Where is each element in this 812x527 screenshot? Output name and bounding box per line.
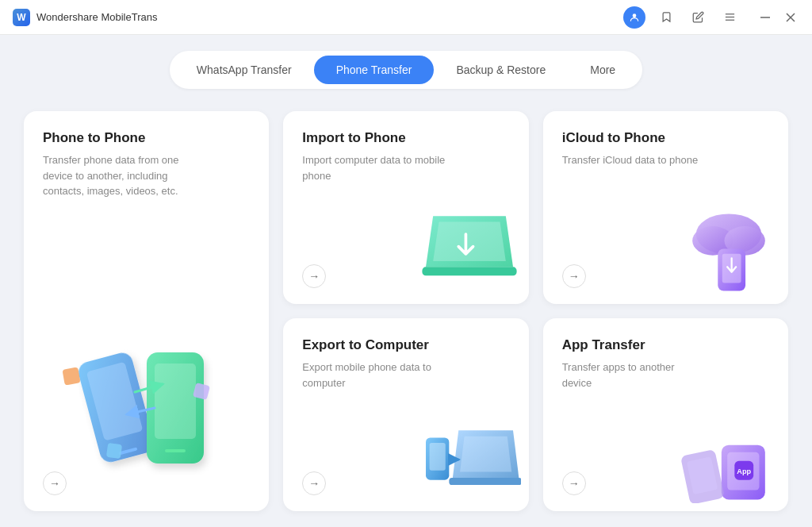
phone-to-phone-illustration (59, 321, 234, 479)
card-phone-to-phone[interactable]: Phone to Phone Transfer phone data from … (24, 111, 269, 511)
svg-rect-28 (449, 478, 521, 485)
svg-marker-17 (433, 222, 506, 262)
svg-rect-12 (165, 449, 186, 452)
app-transfer-illustration: App (677, 416, 780, 503)
close-button[interactable] (782, 9, 799, 26)
titlebar-left: W Wondershare MobileTrans (13, 9, 157, 26)
card-app-transfer[interactable]: App Transfer Transfer apps to another de… (543, 318, 788, 511)
card-icloud-desc: Transfer iCloud data to phone (562, 152, 705, 168)
tab-phone-transfer[interactable]: Phone Transfer (314, 56, 435, 84)
card-import-title: Import to Phone (302, 130, 509, 146)
tab-more[interactable]: More (568, 56, 638, 84)
card-phone-to-phone-title: Phone to Phone (43, 130, 250, 146)
svg-rect-25 (429, 443, 445, 471)
import-illustration (418, 209, 521, 296)
card-export-arrow[interactable]: → (302, 471, 326, 495)
card-icloud-arrow[interactable]: → (562, 264, 586, 288)
card-import-to-phone[interactable]: Import to Phone Import computer data to … (283, 111, 528, 304)
card-import-desc: Import computer data to mobile phone (302, 152, 445, 183)
svg-point-0 (633, 13, 637, 17)
bookmark-icon[interactable] (655, 6, 677, 29)
main-content: WhatsApp Transfer Phone Transfer Backup … (0, 35, 812, 527)
user-icon[interactable] (623, 6, 645, 29)
card-app-arrow[interactable]: → (562, 471, 586, 495)
minimize-button[interactable] (756, 9, 774, 26)
app-title: Wondershare MobileTrans (36, 11, 157, 23)
tab-whatsapp-transfer[interactable]: WhatsApp Transfer (174, 56, 314, 84)
tab-backup-restore[interactable]: Backup & Restore (434, 56, 568, 84)
card-app-title: App Transfer (562, 337, 769, 353)
svg-text:App: App (737, 467, 751, 475)
card-app-desc: Transfer apps to another device (562, 360, 705, 390)
titlebar-right (623, 6, 799, 29)
app-icon: W (13, 9, 30, 26)
svg-rect-13 (62, 367, 80, 385)
card-export-title: Export to Computer (302, 337, 509, 353)
card-import-arrow[interactable]: → (302, 264, 326, 288)
cards-grid: Phone to Phone Transfer phone data from … (24, 111, 788, 511)
window-controls (756, 9, 799, 26)
card-icloud-title: iCloud to Phone (562, 130, 769, 146)
card-icloud-to-phone[interactable]: iCloud to Phone Transfer iCloud data to … (543, 111, 788, 304)
svg-rect-14 (105, 443, 121, 459)
svg-marker-27 (460, 437, 511, 472)
export-illustration (418, 416, 521, 503)
card-export-to-computer[interactable]: Export to Computer Export mobile phone d… (283, 318, 528, 511)
edit-icon[interactable] (687, 6, 709, 29)
card-export-desc: Export mobile phone data to computer (302, 360, 445, 390)
card-phone-to-phone-desc: Transfer phone data from one device to a… (43, 152, 186, 199)
nav-tabs: WhatsApp Transfer Phone Transfer Backup … (170, 51, 642, 89)
icloud-illustration (677, 209, 780, 296)
svg-rect-18 (422, 267, 516, 275)
menu-icon[interactable] (718, 6, 741, 29)
titlebar: W Wondershare MobileTrans (0, 0, 812, 35)
svg-rect-11 (155, 364, 196, 439)
